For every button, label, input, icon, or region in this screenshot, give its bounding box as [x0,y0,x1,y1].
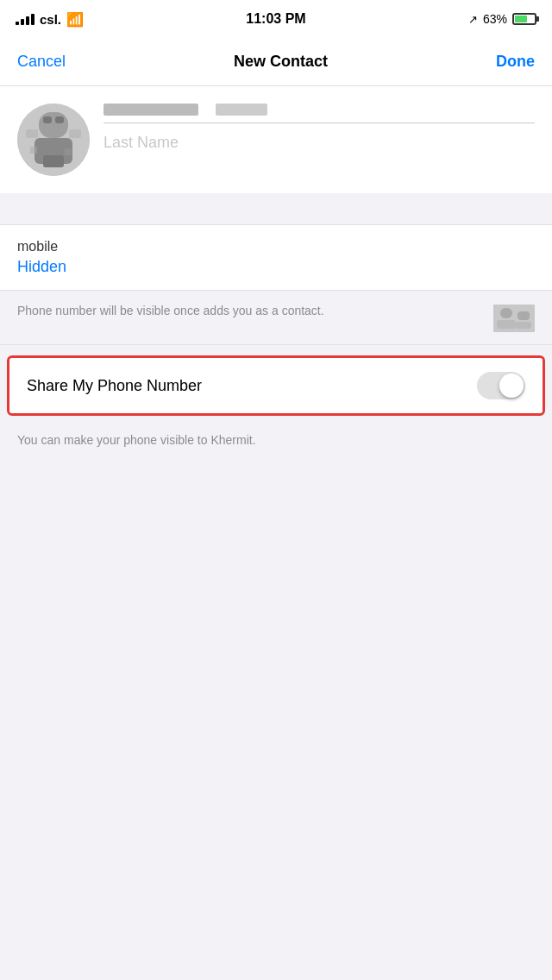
footer-text: You can make your phone visible to Kherm… [0,426,552,461]
info-avatar-icon [493,305,535,332]
info-section: Phone number will be visible once adds y… [0,291,552,345]
svg-rect-7 [30,147,37,154]
battery-percent: 63% [483,12,507,26]
done-button[interactable]: Done [496,53,535,71]
phone-value: Hidden [17,258,535,276]
signal-bars-icon [16,13,34,25]
wifi-icon: 📶 [66,11,84,28]
svg-rect-13 [518,311,530,320]
status-left: csl. 📶 [16,11,84,28]
share-phone-row: Share My Phone Number [9,358,543,413]
phone-section: mobile Hidden [0,224,552,291]
svg-rect-12 [497,320,516,329]
svg-rect-14 [516,322,531,329]
section-separator-1 [0,193,552,224]
svg-rect-6 [55,116,64,123]
first-name-row [104,104,535,122]
avatar-image [17,104,90,176]
svg-rect-11 [500,308,512,318]
page-title: New Contact [234,53,328,71]
cancel-button[interactable]: Cancel [17,53,66,71]
share-phone-toggle[interactable] [477,372,525,399]
name-fields: Last Name [104,104,535,152]
share-phone-label: Share My Phone Number [27,377,202,395]
info-pixelated-image [493,305,535,332]
contact-header: Last Name [0,86,552,193]
svg-rect-1 [39,112,68,138]
battery-icon [512,13,536,25]
status-right: ↗ 63% [468,12,536,26]
svg-rect-2 [26,129,38,138]
share-phone-highlight-container: Share My Phone Number [7,355,545,416]
status-bar: csl. 📶 11:03 PM ↗ 63% [0,0,552,38]
last-name-input[interactable]: Last Name [104,123,535,152]
svg-rect-9 [43,155,64,167]
first-name-pixelated-2 [216,104,267,116]
nav-bar: Cancel New Contact Done [0,38,552,86]
status-time: 11:03 PM [246,11,305,27]
location-icon: ↗ [468,13,478,26]
svg-rect-3 [69,129,81,138]
toggle-knob [499,374,524,398]
svg-rect-5 [43,116,52,123]
svg-rect-8 [65,148,72,155]
carrier-label: csl. [40,12,61,27]
first-name-pixelated [104,104,198,116]
avatar[interactable] [17,104,90,176]
phone-type-label: mobile [17,239,535,254]
info-text: Phone number will be visible once adds y… [17,303,480,320]
bottom-content [0,461,552,719]
